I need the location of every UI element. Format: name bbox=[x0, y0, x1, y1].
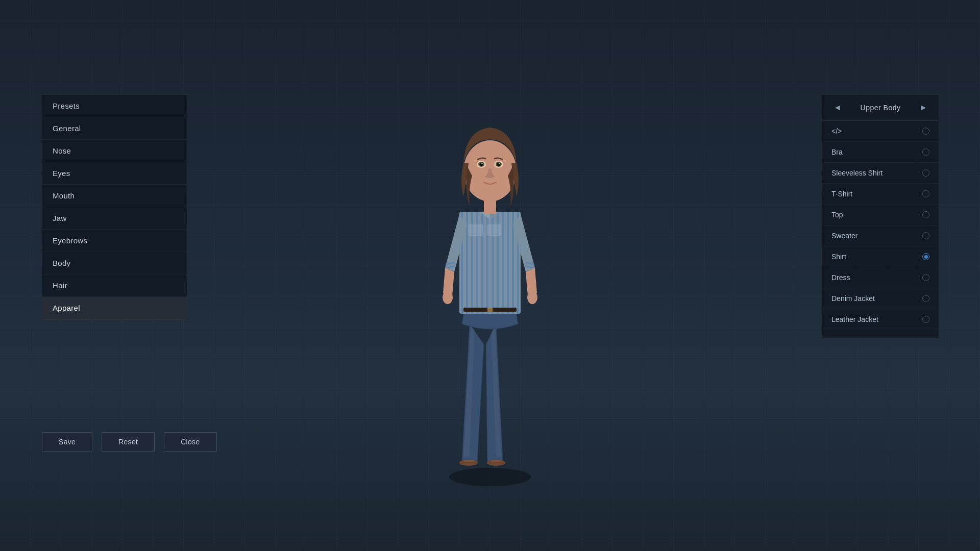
clothing-item-leather-jacket[interactable]: Leather Jacket bbox=[822, 309, 939, 330]
character-display bbox=[311, 0, 669, 551]
clothing-radio bbox=[922, 190, 929, 197]
clothing-item-label: T-Shirt bbox=[831, 190, 852, 198]
svg-rect-15 bbox=[507, 212, 509, 314]
svg-point-35 bbox=[497, 163, 501, 166]
character-figure bbox=[408, 74, 572, 492]
clothing-item-label: Sleeveless Shirt bbox=[831, 169, 883, 177]
clothing-item-label: Leather Jacket bbox=[831, 315, 878, 323]
clothing-item-sweater[interactable]: Sweater bbox=[822, 226, 939, 246]
clothing-item-bra[interactable]: Bra bbox=[822, 142, 939, 163]
svg-rect-4 bbox=[491, 460, 501, 462]
clothing-radio bbox=[922, 211, 929, 218]
clothing-item-top[interactable]: Top bbox=[822, 205, 939, 226]
clothing-item-dress[interactable]: Dress bbox=[822, 267, 939, 288]
clothing-item-sleeveless-shirt[interactable]: Sleeveless Shirt bbox=[822, 163, 939, 184]
clothing-item-none[interactable]: </> bbox=[822, 121, 939, 142]
clothing-item-label: Shirt bbox=[831, 253, 846, 261]
clothing-item-label: </> bbox=[831, 127, 842, 135]
clothing-item-denim-jacket[interactable]: Denim Jacket bbox=[822, 288, 939, 309]
clothing-radio bbox=[922, 253, 929, 260]
sidebar-item-body[interactable]: Body bbox=[42, 252, 187, 274]
clothing-radio bbox=[922, 295, 929, 302]
category-title: Upper Body bbox=[861, 104, 901, 112]
clothing-radio bbox=[922, 274, 929, 281]
clothing-item-label: Top bbox=[831, 211, 843, 219]
reset-button[interactable]: Reset bbox=[102, 432, 155, 452]
svg-point-37 bbox=[499, 163, 500, 164]
sidebar-item-nose[interactable]: Nose bbox=[42, 140, 187, 162]
svg-point-24 bbox=[443, 291, 453, 304]
svg-rect-14 bbox=[502, 212, 504, 314]
svg-rect-18 bbox=[469, 224, 483, 236]
left-nav-panel: PresetsGeneralNoseEyesMouthJawEyebrowsBo… bbox=[42, 94, 187, 320]
save-button[interactable]: Save bbox=[42, 432, 92, 452]
svg-point-25 bbox=[527, 291, 537, 304]
clothing-item-label: Denim Jacket bbox=[831, 294, 875, 303]
svg-rect-19 bbox=[487, 224, 501, 236]
clothing-item-t-shirt[interactable]: T-Shirt bbox=[822, 184, 939, 205]
sidebar-item-apparel[interactable]: Apparel bbox=[42, 297, 187, 319]
sidebar-item-eyebrows[interactable]: Eyebrows bbox=[42, 230, 187, 252]
close-button[interactable]: Close bbox=[164, 432, 216, 452]
clothing-radio bbox=[922, 148, 929, 156]
clothing-radio bbox=[922, 169, 929, 177]
clothing-radio bbox=[922, 232, 929, 239]
sidebar-item-eyes[interactable]: Eyes bbox=[42, 162, 187, 185]
svg-point-34 bbox=[480, 163, 483, 166]
sidebar-item-hair[interactable]: Hair bbox=[42, 274, 187, 297]
prev-category-button[interactable]: ◄ bbox=[830, 102, 845, 113]
clothing-item-label: Bra bbox=[831, 148, 843, 156]
sidebar-item-mouth[interactable]: Mouth bbox=[42, 185, 187, 207]
svg-rect-3 bbox=[463, 460, 474, 462]
clothing-item-label: Dress bbox=[831, 273, 850, 282]
panel-header: ◄ Upper Body ► bbox=[822, 95, 939, 121]
svg-rect-27 bbox=[487, 308, 493, 312]
action-buttons: SaveResetClose bbox=[42, 432, 217, 452]
sidebar-item-jaw[interactable]: Jaw bbox=[42, 207, 187, 230]
clothing-radio bbox=[922, 316, 929, 323]
right-clothing-panel: ◄ Upper Body ► </>BraSleeveless ShirtT-S… bbox=[822, 94, 939, 338]
sidebar-item-presets[interactable]: Presets bbox=[42, 95, 187, 117]
svg-point-0 bbox=[449, 468, 531, 486]
clothing-item-shirt[interactable]: Shirt bbox=[822, 246, 939, 267]
sidebar-item-general[interactable]: General bbox=[42, 117, 187, 140]
clothing-item-label: Sweater bbox=[831, 232, 857, 240]
next-category-button[interactable]: ► bbox=[916, 102, 930, 113]
clothing-radio bbox=[922, 128, 929, 135]
svg-point-36 bbox=[481, 163, 482, 164]
